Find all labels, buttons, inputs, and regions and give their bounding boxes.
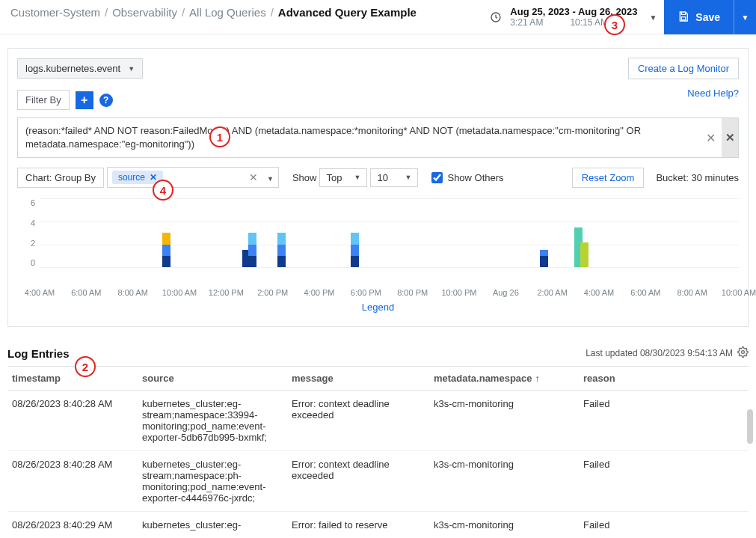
- sort-asc-icon: ↑: [535, 373, 541, 384]
- x-tick: 8:00 PM: [397, 288, 428, 297]
- chart-bar[interactable]: [277, 233, 286, 267]
- breadcrumb-item[interactable]: Customer-System: [10, 6, 100, 19]
- breadcrumb-current: Advanced Query Example: [278, 6, 417, 19]
- scrollbar[interactable]: [747, 409, 753, 444]
- cell-reason: Failed: [583, 459, 695, 470]
- chart-bar[interactable]: [248, 233, 256, 267]
- save-dropdown-button[interactable]: ▼: [734, 0, 756, 34]
- group-by-chip-label: source: [118, 172, 145, 183]
- clock-icon: [489, 10, 503, 24]
- help-icon[interactable]: ?: [99, 94, 113, 107]
- log-entries-title: Log Entries: [7, 347, 70, 360]
- svg-rect-1: [682, 16, 686, 19]
- count-select-value: 10: [377, 172, 387, 183]
- save-button[interactable]: Save: [664, 0, 734, 34]
- cell-namespace: k3s-cm-monitoring: [434, 519, 583, 531]
- log-source-label: logs.kubernetes.event: [25, 63, 120, 74]
- show-select[interactable]: Top ▼: [319, 168, 367, 187]
- show-label: Show: [292, 172, 317, 183]
- show-others-input[interactable]: [431, 172, 443, 183]
- save-button-label: Save: [695, 11, 720, 23]
- group-by-input[interactable]: source ✕ ✕ ▼: [107, 167, 279, 188]
- callout-2: 2: [75, 356, 96, 377]
- need-help-link[interactable]: Need Help?: [687, 88, 739, 99]
- count-select[interactable]: 10 ▼: [370, 168, 418, 187]
- show-others-checkbox[interactable]: Show Others: [431, 172, 503, 183]
- clear-groupby-button[interactable]: ✕: [249, 171, 258, 183]
- x-tick: Aug 26: [493, 288, 519, 297]
- reset-zoom-button[interactable]: Reset Zoom: [572, 168, 645, 188]
- query-panel: logs.kubernetes.event ▼ Create a Log Mon…: [7, 48, 749, 327]
- col-namespace[interactable]: metadata.namespace ↑: [434, 373, 583, 384]
- chevron-down-icon: ▼: [267, 175, 274, 183]
- breadcrumb-item[interactable]: Observability: [112, 6, 177, 19]
- cell-timestamp: 08/26/2023 8:40:28 AM: [7, 398, 142, 409]
- chevron-down-icon: ▼: [128, 65, 135, 73]
- x-tick: 4:00 AM: [584, 288, 614, 297]
- cell-message: Error: context deadline exceeded: [292, 398, 434, 421]
- cell-source: kubernetes_cluster:eg-stream;namespace:3…: [142, 398, 292, 443]
- time-range-picker[interactable]: Aug 25, 2023 - Aug 26, 2023 3:21 AM 10:1…: [485, 0, 664, 34]
- last-updated-text: Last updated 08/30/2023 9:54:13 AM: [586, 348, 733, 358]
- chart-bar-segment: [351, 256, 359, 267]
- x-tick: 10:00 AM: [722, 288, 756, 297]
- x-tick: 6:00 PM: [351, 288, 381, 297]
- chart-bar[interactable]: [580, 242, 588, 268]
- callout-4: 4: [153, 180, 173, 201]
- chart-bar-segment: [248, 245, 256, 256]
- clear-query-button[interactable]: ✕: [706, 131, 716, 145]
- group-by-label: Chart: Group By: [17, 168, 104, 188]
- chart-legend-link[interactable]: Legend: [17, 302, 739, 313]
- log-source-selector[interactable]: logs.kubernetes.event ▼: [17, 58, 143, 79]
- cell-source: kubernetes_cluster:eg-: [142, 519, 292, 531]
- chart-bar-segment: [351, 245, 359, 256]
- table-row[interactable]: 08/26/2023 8:40:28 AMkubernetes_cluster:…: [7, 451, 749, 512]
- cell-timestamp: 08/26/2023 8:40:29 AM: [7, 519, 142, 531]
- breadcrumb: Customer-System / Observability / All Lo…: [0, 0, 427, 25]
- col-namespace-label: metadata.namespace: [434, 373, 532, 384]
- chart: 6420 4:00 AM6:00 AM8:00 AM10:00 AM12:00 …: [17, 198, 739, 313]
- x-tick: 4:00 PM: [304, 288, 335, 297]
- col-timestamp[interactable]: timestamp: [7, 373, 142, 384]
- y-tick: 0: [31, 258, 35, 267]
- show-others-label: Show Others: [447, 172, 503, 183]
- chart-plot[interactable]: 4:00 AM6:00 AM8:00 AM10:00 AM12:00 PM2:0…: [40, 198, 739, 288]
- chart-bar[interactable]: [540, 250, 548, 267]
- x-tick: 8:00 AM: [117, 288, 147, 297]
- chart-bar[interactable]: [162, 233, 170, 267]
- chart-bar-segment: [540, 256, 548, 267]
- breadcrumb-separator: /: [182, 6, 185, 19]
- svg-point-2: [742, 351, 745, 354]
- add-filter-button[interactable]: +: [76, 91, 93, 109]
- col-message[interactable]: message: [292, 373, 434, 384]
- cell-reason: Failed: [583, 398, 695, 409]
- cell-reason: Failed: [583, 519, 695, 531]
- x-tick: 10:00 AM: [162, 288, 197, 297]
- table-row[interactable]: 08/26/2023 8:40:28 AMkubernetes_cluster:…: [7, 391, 749, 451]
- x-tick: 8:00 AM: [677, 288, 707, 297]
- chart-bar-segment: [540, 250, 548, 256]
- col-reason[interactable]: reason: [583, 373, 695, 384]
- col-source[interactable]: source: [142, 373, 292, 384]
- chart-bar-segment: [248, 233, 256, 244]
- x-tick: 6:00 AM: [630, 288, 660, 297]
- x-tick: 6:00 AM: [71, 288, 101, 297]
- x-tick: 2:00 AM: [537, 288, 567, 297]
- table-row[interactable]: 08/26/2023 8:40:29 AMkubernetes_cluster:…: [7, 512, 749, 538]
- breadcrumb-separator: /: [105, 6, 108, 19]
- chart-y-axis: 6420: [17, 198, 40, 288]
- cell-message: Error: context deadline exceeded: [292, 459, 434, 481]
- query-input[interactable]: (reason:*failed* AND NOT reason:FailedMo…: [18, 118, 722, 157]
- close-query-button[interactable]: ✕: [722, 118, 738, 157]
- x-tick: 2:00 PM: [257, 288, 288, 297]
- chart-bar-segment: [277, 233, 286, 244]
- chart-bar[interactable]: [351, 233, 359, 267]
- gear-icon[interactable]: [737, 346, 749, 360]
- cell-timestamp: 08/26/2023 8:40:28 AM: [7, 459, 142, 470]
- query-input-wrapper: (reason:*failed* AND NOT reason:FailedMo…: [17, 117, 739, 158]
- cell-namespace: k3s-cm-monitoring: [434, 459, 583, 470]
- create-log-monitor-button[interactable]: Create a Log Monitor: [628, 58, 739, 79]
- breadcrumb-item[interactable]: All Log Queries: [189, 6, 266, 19]
- time-range-end: 10:15 AM: [570, 18, 608, 28]
- x-tick: 4:00 AM: [25, 288, 55, 297]
